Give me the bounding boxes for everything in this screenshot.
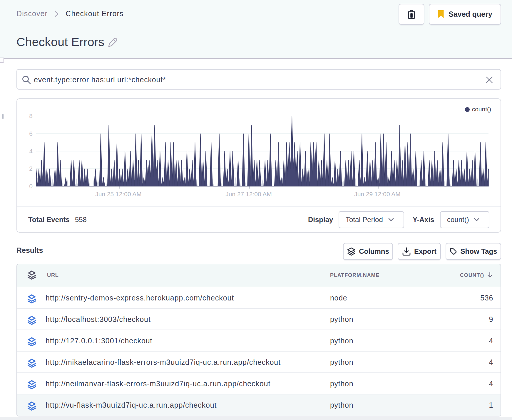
svg-text:0: 0: [29, 183, 33, 189]
svg-text:Jun 27 12:00 AM: Jun 27 12:00 AM: [225, 191, 272, 197]
svg-text:4: 4: [29, 148, 33, 154]
svg-text:8: 8: [29, 112, 33, 119]
svg-text:2: 2: [29, 165, 33, 172]
svg-text:6: 6: [29, 130, 33, 137]
svg-text:Jun 25 12:00 AM: Jun 25 12:00 AM: [95, 191, 142, 197]
svg-text:Jun 29 12:00 AM: Jun 29 12:00 AM: [354, 191, 401, 197]
